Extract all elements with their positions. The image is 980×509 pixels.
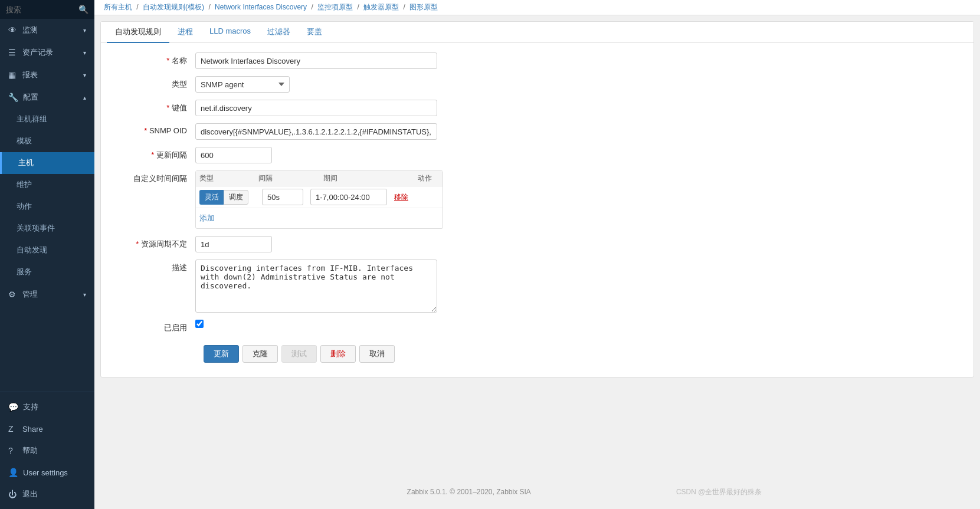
breadcrumb-link-6[interactable]: 图形原型 (409, 3, 438, 11)
tab-filter[interactable]: 过滤器 (259, 22, 299, 43)
tab-overrides[interactable]: 要盖 (299, 22, 330, 43)
clone-button[interactable]: 克隆 (242, 345, 278, 363)
sidebar-item-help[interactable]: ? 帮助 (0, 439, 94, 462)
chevron-icon: ▴ (83, 94, 86, 101)
sidebar: 🔍 👁 监测 ▾ ☰ 资产记录 ▾ ▦ 报表 ▾ 🔧 配置 ▴ 主机群组 模板 (0, 0, 94, 509)
sidebar-item-hostgroup[interactable]: 主机群组 (0, 109, 94, 130)
sidebar-item-config[interactable]: 🔧 配置 ▴ (0, 86, 94, 109)
chevron-icon: ▾ (83, 72, 86, 78)
tab-lld-macros[interactable]: LLD macros (201, 22, 259, 43)
custom-time-row: 自定义时间间隔 类型 间隔 期间 动作 灵活 调度 (113, 170, 962, 229)
ci-add-link[interactable]: 添加 (199, 213, 215, 224)
type-select[interactable]: SNMP agent Zabbix agent Zabbix agent (ac… (195, 76, 290, 93)
breadcrumb: 所有主机 / 自动发现规则(模板) / Network Interfaces D… (94, 0, 980, 15)
description-textarea[interactable]: Discovering interfaces from IF-MIB. Inte… (195, 260, 437, 313)
sidebar-item-correlation-label: 关联项事件 (17, 224, 55, 234)
sidebar-item-template[interactable]: 模板 (0, 130, 94, 152)
sidebar-item-help-label: 帮助 (22, 445, 38, 456)
sidebar-item-action[interactable]: 动作 (0, 196, 94, 218)
sidebar-search-bar[interactable]: 🔍 (0, 0, 94, 19)
sidebar-item-service[interactable]: 服务 (0, 261, 94, 283)
ci-header-action: 动作 (418, 173, 439, 183)
breadcrumb-sep: / (357, 3, 359, 11)
sidebar-item-share[interactable]: Z Share (0, 418, 94, 439)
share-icon: Z (8, 424, 18, 434)
sidebar-item-monitor[interactable]: 👁 监测 ▾ (0, 19, 94, 41)
sidebar-item-config-label: 配置 (23, 92, 38, 103)
custom-time-label: 自定义时间间隔 (113, 170, 195, 184)
chevron-icon: ▾ (83, 27, 86, 34)
ci-type-scheduled-btn[interactable]: 调度 (224, 190, 248, 205)
type-row: 类型 SNMP agent Zabbix agent Zabbix agent … (113, 76, 962, 93)
sidebar-item-hostgroup-label: 主机群组 (17, 114, 47, 124)
breadcrumb-link-3[interactable]: Network Interfaces Discovery (215, 3, 307, 11)
ci-type-buttons: 灵活 调度 (199, 190, 258, 205)
update-interval-input[interactable] (195, 147, 272, 163)
cancel-button[interactable]: 取消 (359, 345, 395, 363)
sidebar-nav: 👁 监测 ▾ ☰ 资产记录 ▾ ▦ 报表 ▾ 🔧 配置 ▴ 主机群组 模板 主机 (0, 19, 94, 392)
breadcrumb-link-4[interactable]: 监控项原型 (317, 3, 353, 11)
enabled-checkbox[interactable] (195, 320, 204, 328)
sidebar-item-asset[interactable]: ☰ 资产记录 ▾ (0, 41, 94, 64)
breadcrumb-sep: / (136, 3, 138, 11)
sidebar-item-report[interactable]: ▦ 报表 ▾ (0, 64, 94, 86)
lifetime-row: 资源周期不定 (113, 236, 962, 252)
sidebar-item-logout-label: 退出 (22, 489, 38, 500)
content-card: 自动发现规则 进程 LLD macros 过滤器 要盖 名称 类型 SNMP a… (100, 21, 974, 377)
sidebar-item-logout[interactable]: ⏻ 退出 (0, 483, 94, 505)
user-icon: 👤 (8, 468, 18, 477)
enabled-row: 已启用 (113, 320, 962, 333)
custom-interval-table: 类型 间隔 期间 动作 灵活 调度 移除 (195, 170, 443, 229)
breadcrumb-link-5[interactable]: 触发器原型 (363, 3, 399, 11)
ci-type-flexible-btn[interactable]: 灵活 (199, 190, 224, 205)
eye-icon: 👁 (8, 25, 18, 35)
page-wrapper: 所有主机 / 自动发现规则(模板) / Network Interfaces D… (94, 0, 980, 509)
breadcrumb-link-1[interactable]: 所有主机 (104, 3, 132, 11)
ci-header-interval: 间隔 (258, 173, 323, 183)
sidebar-item-maintenance[interactable]: 维护 (0, 174, 94, 196)
test-button: 测试 (281, 345, 317, 363)
gear-icon: ⚙ (8, 290, 18, 299)
ci-interval-input[interactable] (262, 189, 303, 205)
sidebar-item-share-label: Share (22, 425, 43, 434)
update-interval-row: 更新间隔 (113, 147, 962, 163)
search-icon[interactable]: 🔍 (78, 5, 89, 14)
update-interval-label: 更新间隔 (113, 147, 195, 160)
tab-process[interactable]: 进程 (169, 22, 201, 43)
update-button[interactable]: 更新 (204, 345, 239, 363)
sidebar-item-autodiscovery[interactable]: 自动发现 (0, 239, 94, 261)
sidebar-item-service-label: 服务 (17, 267, 32, 277)
sidebar-item-report-label: 报表 (22, 70, 38, 80)
ci-remove-link[interactable]: 移除 (394, 192, 408, 202)
chevron-icon: ▾ (83, 291, 86, 298)
sidebar-item-correlation[interactable]: 关联项事件 (0, 218, 94, 239)
ci-period-input[interactable] (310, 189, 387, 205)
ci-add-row: 添加 (196, 208, 443, 228)
search-input[interactable] (6, 5, 78, 14)
sidebar-bottom: 💬 支持 Z Share ? 帮助 👤 User settings ⏻ 退出 (0, 392, 94, 509)
delete-button[interactable]: 删除 (320, 345, 356, 363)
snmpoid-label: SNMP OID (113, 123, 195, 135)
list-icon: ☰ (8, 48, 18, 57)
sidebar-item-autodiscovery-label: 自动发现 (17, 245, 47, 255)
snmpoid-row: SNMP OID (113, 123, 962, 140)
footer: Zabbix 5.0.1. © 2001–2020, Zabbix SIA CS… (189, 475, 980, 509)
tabs: 自动发现规则 进程 LLD macros 过滤器 要盖 (101, 22, 974, 43)
sidebar-item-admin[interactable]: ⚙ 管理 ▾ (0, 283, 94, 306)
key-input[interactable] (195, 100, 437, 116)
sidebar-item-support[interactable]: 💬 支持 (0, 396, 94, 418)
name-input[interactable] (195, 52, 437, 69)
type-label: 类型 (113, 76, 195, 90)
sidebar-item-usersettings-label: User settings (23, 468, 68, 477)
sidebar-item-support-label: 支持 (23, 402, 38, 412)
enabled-label: 已启用 (113, 320, 195, 333)
tab-auto-discovery-rule[interactable]: 自动发现规则 (107, 22, 169, 43)
sidebar-item-admin-label: 管理 (22, 289, 38, 300)
sidebar-item-host[interactable]: 主机 (0, 152, 94, 174)
lifetime-input[interactable] (195, 236, 272, 252)
key-label: 键值 (113, 100, 195, 113)
snmpoid-input[interactable] (195, 123, 437, 140)
breadcrumb-link-2[interactable]: 自动发现规则(模板) (143, 3, 204, 11)
breadcrumb-sep: / (208, 3, 210, 11)
sidebar-item-usersettings[interactable]: 👤 User settings (0, 462, 94, 483)
